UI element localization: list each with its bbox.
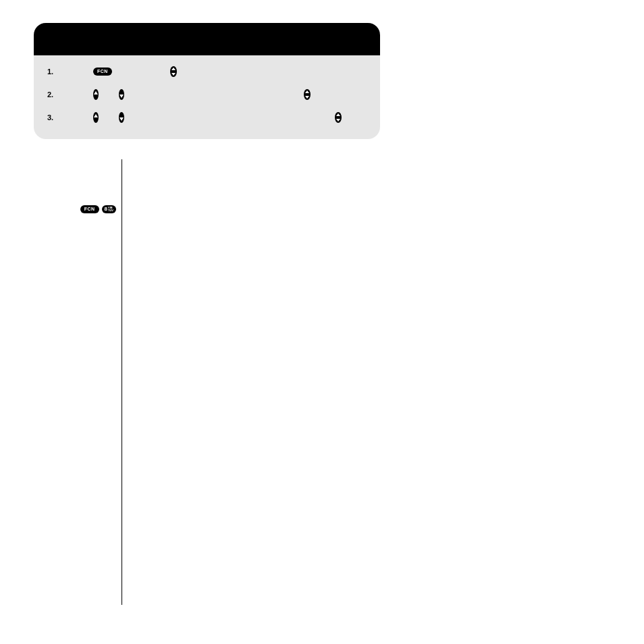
key-8-number: 8 bbox=[105, 207, 107, 212]
step-number: 3. bbox=[47, 113, 58, 122]
key-8-sublabels: VIB TUV bbox=[108, 207, 113, 212]
down-icon bbox=[119, 89, 124, 100]
updown-icon bbox=[170, 66, 177, 77]
lower-section: FCN 8 VIB TUV bbox=[34, 159, 380, 605]
lower-left-column: FCN 8 VIB TUV bbox=[34, 159, 122, 605]
card-header-bar bbox=[34, 23, 380, 55]
up-icon bbox=[93, 89, 99, 100]
fcn-key-icon: FCN bbox=[80, 205, 99, 213]
step-number: 2. bbox=[47, 90, 58, 99]
fcn-key-icon: FCN bbox=[93, 68, 112, 76]
down-icon bbox=[119, 112, 124, 123]
step-row: 3. bbox=[47, 111, 367, 124]
up-icon bbox=[93, 112, 99, 123]
step-row: 1. FCN bbox=[47, 65, 367, 78]
step-row: 2. bbox=[47, 88, 367, 101]
key-8-icon: 8 VIB TUV bbox=[102, 205, 116, 213]
vertical-divider bbox=[122, 159, 122, 605]
updown-icon bbox=[335, 112, 342, 123]
step-number: 1. bbox=[47, 68, 58, 76]
shortcut-keys: FCN 8 VIB TUV bbox=[80, 205, 116, 213]
updown-icon bbox=[304, 89, 311, 100]
instruction-card: 1. FCN 2. 3. bbox=[34, 23, 380, 139]
card-body: 1. FCN 2. 3. bbox=[34, 55, 380, 139]
